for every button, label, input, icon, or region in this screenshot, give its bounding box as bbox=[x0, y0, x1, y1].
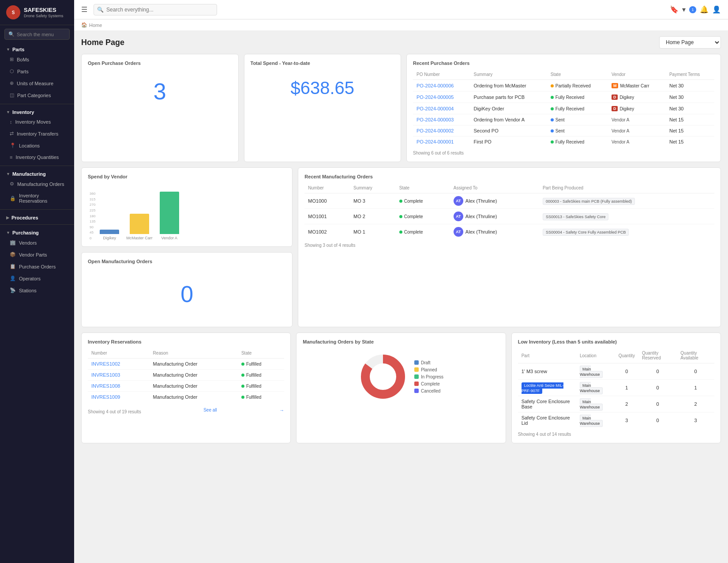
res-cell-number: INVRES1003 bbox=[88, 370, 150, 381]
res-cell-reason: Manufacturing Order bbox=[150, 359, 238, 370]
nav-group-purchasing[interactable]: ▼ Purchasing bbox=[0, 227, 74, 237]
table-row[interactable]: Safety Core Enclosure Lid Main Warehouse… bbox=[518, 412, 714, 429]
table-row[interactable]: MO1001 MO 2 Complete ATAlex (Thruline) S… bbox=[304, 209, 714, 224]
table-row[interactable]: PO-2024-000004 DigiKey Order Fully Recei… bbox=[413, 103, 714, 114]
chevron-down-icon-topbar[interactable]: ▾ bbox=[682, 5, 686, 14]
vendor-text: Vendor A bbox=[612, 128, 630, 133]
nav-divider-3 bbox=[0, 209, 74, 210]
po-cell-vendor: Vendor A bbox=[608, 136, 666, 147]
table-row[interactable]: INVRES1002 Manufacturing Order Fulfilled bbox=[88, 359, 284, 370]
li-cell-qty: 0 bbox=[615, 363, 638, 380]
po-cell-terms: Net 15 bbox=[666, 114, 714, 125]
sidebar-search-area[interactable]: 🔍 Search the menu bbox=[0, 25, 74, 43]
legend-cancelled: Cancelled bbox=[414, 389, 443, 393]
sidebar-item-boms[interactable]: ⊞ BoMs bbox=[0, 53, 74, 65]
vendor-badge: D Digikey bbox=[612, 106, 634, 111]
legend-planned: Planned bbox=[414, 367, 443, 372]
po-cell-number: PO-2024-000004 bbox=[413, 103, 470, 114]
po-col-state: State bbox=[547, 69, 608, 80]
table-row[interactable]: Safety Core Enclosure Base Main Warehous… bbox=[518, 396, 714, 412]
bookmark-icon[interactable]: 🔖 bbox=[670, 5, 679, 14]
sidebar-item-units-of-measure[interactable]: ⊕ Units of Measure bbox=[0, 77, 74, 89]
po-cell-terms: Net 15 bbox=[666, 136, 714, 147]
nav-group-manufacturing[interactable]: ▼ Manufacturing bbox=[0, 169, 74, 178]
sidebar-item-stations-label: Stations bbox=[19, 288, 37, 293]
user-icon-topbar[interactable]: 👤 bbox=[712, 5, 721, 14]
li-col-part: Part bbox=[518, 348, 576, 363]
sidebar-search-box[interactable]: 🔍 Search the menu bbox=[4, 29, 70, 40]
dashboard-grid: Open Purchase Orders 3 Total Spend - Yea… bbox=[81, 54, 721, 443]
recent-po-showing: Showing 6 out of 6 results bbox=[413, 151, 714, 155]
inv-res-showing-row: Showing 4 out of 19 results See all → bbox=[88, 406, 284, 414]
table-row[interactable]: 1' M3 screw Main Warehouse 0 0 0 bbox=[518, 363, 714, 380]
sidebar-item-po-label: Purchase Orders bbox=[19, 264, 56, 269]
chevron-down-icon-2: ▼ bbox=[6, 110, 10, 114]
table-row[interactable]: INVRES1009 Manufacturing Order Fulfilled bbox=[88, 392, 284, 403]
po-col-number: PO Number bbox=[413, 69, 470, 80]
part-chip: SS00004 - Safety Core Fully Assembled PC… bbox=[543, 229, 629, 236]
table-row[interactable]: PO-2024-000002 Second PO Sent Vendor A N… bbox=[413, 125, 714, 136]
sidebar-item-manufacturing-orders[interactable]: ⚙ Manufacturing Orders bbox=[0, 178, 74, 190]
li-cell-location: Main Warehouse bbox=[576, 396, 615, 412]
mo-cell-summary: MO 3 bbox=[350, 193, 396, 209]
table-row[interactable]: PO-2024-000006 Ordering from McMaster Pa… bbox=[413, 80, 714, 91]
sidebar-item-stations[interactable]: 📡 Stations bbox=[0, 284, 74, 296]
avatar: AT bbox=[454, 227, 463, 237]
status-dot-fulfilled bbox=[241, 385, 244, 388]
svg-point-4 bbox=[371, 364, 395, 389]
breadcrumb-home-label[interactable]: Home bbox=[89, 23, 102, 28]
mo-cell-state: Complete bbox=[396, 193, 450, 209]
legend-complete: Complete bbox=[414, 382, 443, 386]
sidebar-item-vendor-parts[interactable]: 📦 Vendor Parts bbox=[0, 249, 74, 261]
sidebar-search-label: Search the menu bbox=[17, 32, 54, 37]
breadcrumb: 🏠 Home bbox=[74, 19, 728, 31]
po-cell-state: Fully Received bbox=[547, 136, 608, 147]
nav-group-inventory[interactable]: ▼ Inventory bbox=[0, 107, 74, 116]
sidebar-item-locations[interactable]: 📍 Locations bbox=[0, 140, 74, 151]
notification-badge[interactable]: 1 bbox=[689, 6, 696, 13]
inv-res-see-all[interactable]: See all bbox=[203, 408, 217, 412]
quantities-icon: ≡ bbox=[10, 155, 12, 160]
sidebar-item-reservations-label: Inventory Reservations bbox=[19, 193, 68, 204]
open-mo-value: 0 bbox=[88, 268, 286, 321]
sidebar-item-inventory-moves[interactable]: ↕ Inventory Moves bbox=[0, 116, 74, 128]
sidebar-item-inventory-quantities[interactable]: ≡ Inventory Quantities bbox=[0, 151, 74, 163]
table-row[interactable]: INVRES1003 Manufacturing Order Fulfilled bbox=[88, 370, 284, 381]
row-bottom: Inventory Reservations Number Reason Sta… bbox=[81, 333, 721, 443]
main-area: ☰ 🔍 🔖 ▾ 1 🔔 👤 🏠 Home Home Page Home Page bbox=[74, 0, 728, 563]
parts-icon: ⬡ bbox=[10, 68, 14, 74]
table-row[interactable]: MO1002 MO 1 Complete ATAlex (Thruline) S… bbox=[304, 224, 714, 240]
mo-col-part: Part Being Produced bbox=[539, 183, 714, 193]
mo-cell-number: MO1001 bbox=[304, 209, 350, 224]
po-cell-terms: Net 15 bbox=[666, 125, 714, 136]
nav-group-procedures[interactable]: ▶ Procedures bbox=[0, 212, 74, 222]
table-row[interactable]: Loctite Anti Seize MIL-PRF-907F Main War… bbox=[518, 380, 714, 396]
res-col-state: State bbox=[238, 348, 284, 359]
sidebar-item-inventory-transfers[interactable]: ⇄ Inventory Transfers bbox=[0, 128, 74, 140]
sidebar-item-locations-label: Locations bbox=[19, 143, 40, 148]
bell-icon[interactable]: 🔔 bbox=[700, 5, 709, 14]
sidebar-item-purchase-orders[interactable]: 📋 Purchase Orders bbox=[0, 261, 74, 272]
sidebar-item-parts[interactable]: ⬡ Parts bbox=[0, 65, 74, 77]
page-title-dropdown[interactable]: Home Page bbox=[659, 36, 721, 49]
po-cell-number: PO-2024-000001 bbox=[413, 136, 470, 147]
table-row[interactable]: PO-2024-000003 Ordering from Vendor A Se… bbox=[413, 114, 714, 125]
vendor-badge: M McMaster Carr bbox=[612, 83, 649, 88]
sidebar-item-vendors[interactable]: 🏢 Vendors bbox=[0, 237, 74, 249]
topbar-search-input[interactable] bbox=[94, 4, 217, 15]
table-row[interactable]: PO-2024-000005 Purchase parts for PCB Fu… bbox=[413, 91, 714, 103]
table-row[interactable]: MO1000 MO 3 Complete ATAlex (Thruline) 0… bbox=[304, 193, 714, 209]
sidebar-item-inventory-reservations[interactable]: 🔒 Inventory Reservations bbox=[0, 190, 74, 207]
legend-draft: Draft bbox=[414, 360, 443, 365]
table-row[interactable]: INVRES1008 Manufacturing Order Fulfilled bbox=[88, 381, 284, 392]
topbar-search-wrap: 🔍 bbox=[94, 4, 217, 15]
vendors-icon: 🏢 bbox=[10, 240, 16, 246]
recent-mo-showing: Showing 3 out of 4 results bbox=[304, 243, 714, 248]
chevron-down-icon-3: ▼ bbox=[6, 172, 10, 176]
table-row[interactable]: PO-2024-000001 First PO Fully Received V… bbox=[413, 136, 714, 147]
sidebar-item-part-categories[interactable]: ◫ Part Categories bbox=[0, 89, 74, 101]
menu-icon[interactable]: ☰ bbox=[81, 5, 87, 14]
sidebar-item-operators[interactable]: 👤 Operators bbox=[0, 272, 74, 284]
sidebar-item-transfers-label: Inventory Transfers bbox=[17, 131, 58, 136]
nav-group-parts[interactable]: ▼ Parts bbox=[0, 44, 74, 53]
